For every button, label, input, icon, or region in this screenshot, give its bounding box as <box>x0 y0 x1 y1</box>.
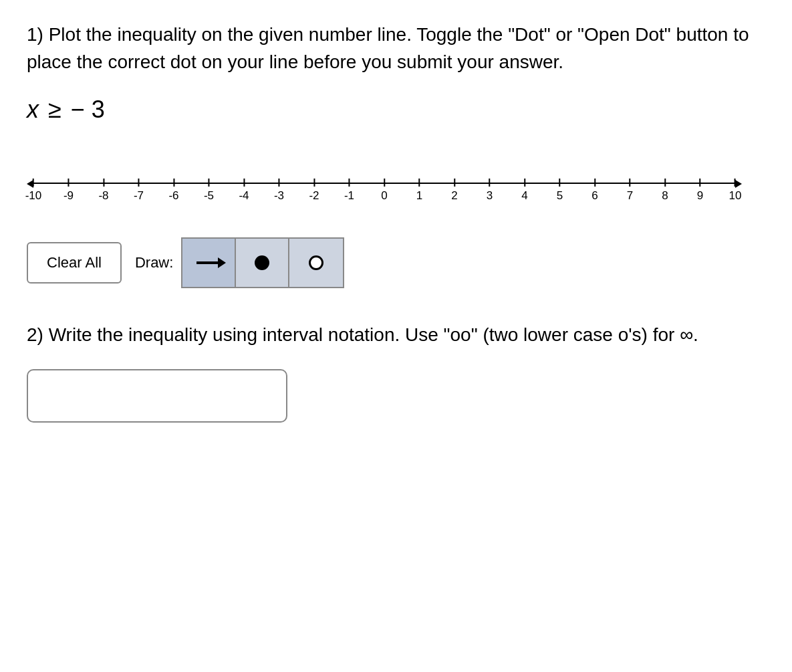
arrow-icon <box>196 261 221 264</box>
tick-mark--2 <box>313 179 315 187</box>
tick-mark-10 <box>735 179 736 187</box>
tick--9: -9 <box>63 171 74 203</box>
draw-filled-dot-button[interactable] <box>236 239 289 287</box>
tick-mark--5 <box>209 179 210 187</box>
controls-row: Clear All Draw: <box>27 237 765 288</box>
tick-label--6: -6 <box>168 189 178 203</box>
inequality-operator: ≥ <box>48 96 61 124</box>
tick--7: -7 <box>134 171 144 203</box>
tick-mark-3 <box>489 179 491 187</box>
tick--10: -10 <box>25 171 42 203</box>
tick-label--1: -1 <box>344 189 354 203</box>
tick-label-4: 4 <box>521 189 527 203</box>
tick-label--3: -3 <box>274 189 284 203</box>
tick-10: 10 <box>729 171 742 203</box>
inequality-value: − 3 <box>71 96 105 124</box>
tick-label-6: 6 <box>591 189 598 203</box>
tick--8: -8 <box>98 171 108 203</box>
tick-8: 8 <box>662 171 668 203</box>
tick-label--7: -7 <box>134 189 144 203</box>
draw-options <box>181 237 344 288</box>
tick-mark--3 <box>279 179 280 187</box>
tick--5: -5 <box>204 171 214 203</box>
tick-mark--9 <box>68 179 70 187</box>
arrow-line <box>196 261 221 264</box>
tick-label-8: 8 <box>662 189 668 203</box>
tick-mark-9 <box>700 179 701 187</box>
draw-open-dot-button[interactable] <box>289 239 343 287</box>
tick-mark--1 <box>349 179 350 187</box>
tick-label-9: 9 <box>697 189 703 203</box>
number-line-container: -10-9-8-7-6-5-4-3-2-1012345678910 <box>27 164 765 211</box>
clear-all-button[interactable]: Clear All <box>27 242 122 284</box>
tick-mark--6 <box>173 179 174 187</box>
tick-mark-7 <box>630 179 631 187</box>
tick-mark-8 <box>664 179 666 187</box>
tick--3: -3 <box>274 171 284 203</box>
tick-label-10: 10 <box>729 189 742 203</box>
tick--6: -6 <box>168 171 178 203</box>
tick-0: 0 <box>381 171 387 203</box>
open-dot-icon <box>309 255 323 270</box>
tick-label-0: 0 <box>381 189 387 203</box>
tick-mark-1 <box>419 179 420 187</box>
tick-label-3: 3 <box>487 189 493 203</box>
tick-mark-4 <box>524 179 525 187</box>
inequality-variable: x <box>27 96 39 124</box>
tick-label--9: -9 <box>63 189 74 203</box>
instruction-2-text: 2) Write the inequality using interval n… <box>27 322 762 349</box>
tick-9: 9 <box>697 171 703 203</box>
tick-label-1: 1 <box>416 189 422 203</box>
tick-label--2: -2 <box>309 189 319 203</box>
tick--2: -2 <box>309 171 319 203</box>
tick-mark-5 <box>559 179 561 187</box>
tick-mark-2 <box>454 179 455 187</box>
tick-label-7: 7 <box>627 189 633 203</box>
tick-label-2: 2 <box>451 189 457 203</box>
draw-arrow-button[interactable] <box>182 239 236 287</box>
number-line-wrap: -10-9-8-7-6-5-4-3-2-1012345678910 <box>33 171 735 204</box>
tick-label--10: -10 <box>25 189 42 203</box>
tick-6: 6 <box>591 171 598 203</box>
instruction-1-text: 1) Plot the inequality on the given numb… <box>27 21 762 76</box>
inequality-display: x ≥ − 3 <box>27 96 765 124</box>
tick-7: 7 <box>627 171 633 203</box>
tick-label-5: 5 <box>557 189 563 203</box>
tick-label--4: -4 <box>239 189 249 203</box>
answer-input-box[interactable] <box>27 369 287 423</box>
tick--1: -1 <box>344 171 354 203</box>
tick-mark--8 <box>103 179 104 187</box>
tick-5: 5 <box>557 171 563 203</box>
tick-mark--4 <box>243 179 245 187</box>
tick--4: -4 <box>239 171 249 203</box>
tick-mark--7 <box>138 179 140 187</box>
filled-dot-icon <box>255 255 269 270</box>
tick-1: 1 <box>416 171 422 203</box>
tick-mark-6 <box>594 179 596 187</box>
draw-label: Draw: <box>135 254 173 271</box>
tick-mark-0 <box>384 179 385 187</box>
tick-4: 4 <box>521 171 527 203</box>
tick-3: 3 <box>487 171 493 203</box>
tick-2: 2 <box>451 171 457 203</box>
tick-label--8: -8 <box>98 189 108 203</box>
tick-mark--10 <box>33 179 34 187</box>
tick-label--5: -5 <box>204 189 214 203</box>
